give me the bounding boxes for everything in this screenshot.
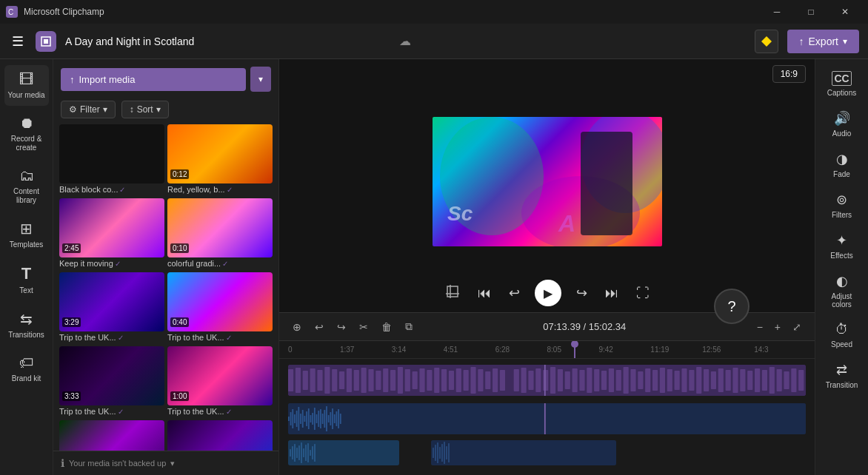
sidebar-item-content-library[interactable]: 🗂 Content library: [4, 161, 49, 211]
list-item[interactable]: 0:40 Trip to the UK... ✓: [167, 272, 273, 343]
cut-button[interactable]: ✂: [355, 318, 373, 336]
export-button[interactable]: ↑ Export ▾: [787, 30, 859, 53]
title-bar: C Microsoft Clipchamp ─ □ ✕: [0, 0, 868, 24]
svg-rect-70: [696, 367, 701, 394]
svg-rect-21: [332, 369, 337, 391]
svg-rect-85: [544, 365, 546, 396]
list-item[interactable]: 0:10 colorful gradi... ✓: [167, 198, 273, 269]
zoom-in-button[interactable]: +: [770, 318, 785, 336]
media-name: Trip to the UK... ✓: [59, 405, 164, 417]
skip-forward-button[interactable]: ⏭: [602, 283, 621, 304]
svg-rect-129: [433, 448, 434, 458]
svg-rect-71: [704, 369, 709, 391]
svg-rect-44: [500, 370, 505, 391]
fullscreen-button[interactable]: ⛶: [633, 283, 652, 304]
adjust-colors-icon: ◐: [836, 273, 848, 289]
diamond-button[interactable]: [755, 30, 778, 53]
duplicate-button[interactable]: ⧉: [401, 317, 417, 336]
redo-button[interactable]: ↪: [333, 318, 350, 336]
svg-rect-98: [310, 415, 312, 422]
svg-rect-33: [419, 368, 424, 392]
svg-rect-34: [427, 370, 432, 391]
help-bubble[interactable]: ?: [714, 289, 750, 324]
list-item[interactable]: 2:45 Keep it moving ✓: [59, 198, 164, 269]
list-item[interactable]: 3:33 Trip to the UK... ✓: [59, 346, 164, 417]
svg-marker-4: [761, 36, 772, 47]
ruler-mark: 8:05: [547, 346, 599, 354]
svg-rect-51: [558, 369, 563, 391]
list-item[interactable]: 3:29 Trip to the UK... ✓: [59, 272, 164, 343]
sidebar-item-brand-kit[interactable]: 🏷 Brand kit: [4, 348, 49, 389]
svg-rect-24: [354, 370, 359, 391]
video-content: Sc A: [433, 117, 662, 246]
media-duration: 2:45: [62, 243, 81, 253]
media-thumbnail: [59, 124, 164, 183]
delete-button[interactable]: 🗑: [377, 318, 396, 336]
svg-rect-39: [464, 370, 469, 391]
minimize-button[interactable]: ─: [760, 0, 794, 24]
media-check-icon: ✓: [119, 186, 125, 194]
list-item[interactable]: 0:24 Trip to the UK... ✓: [167, 420, 273, 451]
svg-rect-47: [528, 371, 533, 390]
app-logo: [36, 31, 56, 52]
import-media-dropdown[interactable]: ▾: [250, 67, 271, 92]
zoom-out-button[interactable]: −: [752, 318, 767, 336]
right-panel-item-captions[interactable]: CC Captions: [818, 65, 866, 103]
list-item[interactable]: Black block co... ✓: [59, 124, 164, 195]
svg-rect-25: [361, 368, 367, 393]
right-panel-item-audio[interactable]: 🔊 Audio: [818, 104, 866, 144]
rewind-button[interactable]: ↩: [506, 282, 523, 304]
sidebar-item-transitions[interactable]: ⇆ Transitions: [4, 304, 49, 346]
svg-rect-132: [439, 447, 441, 459]
media-filters: ⚙ Filter ▾ ↕ Sort ▾: [53, 98, 278, 124]
content-library-icon: 🗂: [19, 167, 34, 184]
import-media-button[interactable]: ↑ Import media: [61, 68, 246, 91]
app-icon: C: [6, 6, 18, 18]
svg-rect-122: [303, 448, 304, 457]
ruler-mark: 0: [288, 346, 340, 354]
sort-chevron: ▾: [156, 104, 161, 115]
ruler-mark: 1:37: [340, 346, 392, 354]
right-panel-item-fade[interactable]: ◑ Fade: [818, 145, 866, 184]
svg-rect-61: [630, 369, 635, 391]
maximize-button[interactable]: □: [794, 0, 828, 24]
fast-forward-button[interactable]: ↪: [573, 282, 590, 304]
sidebar-item-your-media[interactable]: 🎞 Your media: [4, 65, 49, 106]
sort-label: Sort: [137, 104, 153, 115]
svg-rect-94: [302, 410, 304, 428]
sidebar-item-text[interactable]: T Text: [4, 258, 49, 301]
right-panel-item-adjust-colors[interactable]: ◐ Adjust colors: [818, 267, 866, 314]
crop-button[interactable]: [442, 281, 463, 306]
media-name: Trip to the UK... ✓: [59, 331, 164, 343]
fit-button[interactable]: ⤢: [788, 318, 806, 336]
right-panel-item-effects[interactable]: ✦ Effects: [818, 226, 866, 266]
media-panel-footer: ℹ Your media isn't backed up ▾: [53, 451, 278, 475]
svg-rect-8: [581, 132, 632, 235]
sort-button[interactable]: ↕ Sort ▾: [121, 101, 169, 118]
right-panel-item-filters[interactable]: ⊚ Filters: [818, 186, 866, 225]
svg-rect-22: [339, 371, 344, 389]
skip-back-button[interactable]: ⏮: [475, 283, 494, 304]
list-item[interactable]: 0:12 Red, yellow, b... ✓: [167, 124, 273, 195]
sidebar-item-templates[interactable]: ⊞ Templates: [4, 214, 49, 255]
right-panel-item-speed[interactable]: ⏱ Speed: [818, 316, 866, 354]
close-button[interactable]: ✕: [828, 0, 862, 24]
sort-icon: ↕: [130, 104, 134, 115]
svg-rect-64: [652, 370, 658, 391]
list-item[interactable]: 0:11 Trip to the UK... ✓: [59, 420, 164, 451]
undo-button[interactable]: ↩: [310, 318, 328, 336]
ruler-mark: 14:3: [754, 346, 806, 354]
list-item[interactable]: 1:00 Trip to the UK... ✓: [167, 346, 273, 417]
filter-button[interactable]: ⚙ Filter ▾: [61, 101, 116, 118]
svg-rect-123: [305, 445, 307, 461]
timeline-time-display: 07:13.39 / 15:02.34: [421, 321, 748, 332]
magnet-button[interactable]: ⊕: [288, 318, 306, 336]
aspect-ratio-button[interactable]: 16:9: [772, 65, 806, 83]
hamburger-button[interactable]: ☰: [9, 30, 27, 53]
play-button[interactable]: ▶: [535, 280, 561, 306]
media-name: Trip to the UK... ✓: [167, 405, 273, 417]
right-panel-item-transition[interactable]: ⇄ Transition: [818, 356, 866, 395]
sidebar-item-record-create[interactable]: ⏺ Record & create: [4, 109, 49, 158]
app-content: 🎞 Your media ⏺ Record & create 🗂 Content…: [0, 59, 868, 475]
export-label: Export: [809, 36, 838, 47]
